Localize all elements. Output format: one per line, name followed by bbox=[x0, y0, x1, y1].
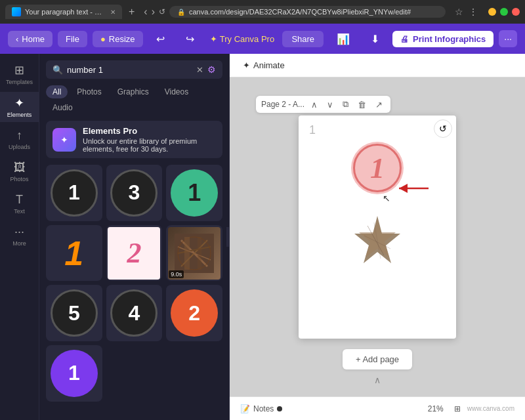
templates-icon: ⊞ bbox=[14, 63, 24, 77]
element-num5-black-circle[interactable]: 5 bbox=[46, 285, 102, 341]
animate-button[interactable]: ✦ Animate bbox=[238, 58, 290, 73]
element-num1-video[interactable]: 9.0s bbox=[166, 225, 222, 282]
pro-logo-icon: ✦ bbox=[60, 135, 68, 145]
search-clear-icon[interactable]: ✕ bbox=[196, 65, 203, 75]
canvas-scroll-area[interactable]: Page 2 - A... ∧ ∨ ⧉ 🗑 ↗ ↺ 1 bbox=[230, 77, 525, 396]
stats-button[interactable]: 📊 bbox=[329, 30, 358, 49]
browser-tab[interactable]: Your paragraph text - Infographi... ✕ bbox=[5, 5, 122, 19]
star-svg bbox=[348, 213, 407, 272]
num5-black: 5 bbox=[51, 289, 98, 337]
canvas-bottom-chevron[interactable]: ∧ bbox=[374, 375, 381, 385]
page-share-button[interactable]: ↗ bbox=[373, 98, 385, 111]
elements-pro-banner[interactable]: ✦ Elements Pro Unlock our entire library… bbox=[46, 121, 222, 158]
element-num4-black-circle[interactable]: 4 bbox=[106, 285, 163, 341]
element-num3-black-circle[interactable]: 3 bbox=[106, 165, 163, 221]
undo-button[interactable]: ↩ bbox=[148, 30, 173, 49]
watermark: www.canva.com bbox=[467, 405, 514, 412]
search-filter-icon[interactable]: ⚙ bbox=[207, 64, 216, 75]
element-num2-pink-square[interactable]: 2 bbox=[106, 225, 163, 282]
search-input[interactable] bbox=[67, 65, 192, 75]
redo-button[interactable]: ↪ bbox=[178, 30, 202, 49]
page-copy-button[interactable]: ⧉ bbox=[340, 98, 351, 111]
canvas-arrow bbox=[396, 178, 435, 201]
canvas-page[interactable]: ↺ 1 1 bbox=[299, 116, 456, 339]
resize-button[interactable]: ● Resize bbox=[93, 31, 143, 47]
close-button[interactable] bbox=[512, 8, 520, 16]
num2-pink-inner: 2 bbox=[127, 236, 141, 270]
sidebar-item-more[interactable]: ··· More bbox=[0, 221, 39, 251]
num1-black: 1 bbox=[51, 169, 98, 217]
elements-grid: 1 3 1 1 2 bbox=[46, 165, 222, 402]
notes-button[interactable]: 📝 Notes bbox=[240, 404, 282, 413]
file-label: File bbox=[66, 34, 79, 44]
search-icon: 🔍 bbox=[52, 65, 63, 75]
canvas-star-element[interactable] bbox=[348, 213, 407, 274]
filter-tab-videos[interactable]: Videos bbox=[158, 85, 195, 98]
grid-button[interactable]: ⊞ bbox=[454, 404, 461, 413]
share-button[interactable]: Share bbox=[282, 31, 324, 47]
more-options-button[interactable]: ··· bbox=[499, 30, 517, 47]
search-panel: 🔍 ✕ ⚙ All Photos Graphics Videos Audio ✦… bbox=[39, 54, 230, 420]
tab-title: Your paragraph text - Infographi... bbox=[25, 8, 104, 16]
sidebar-item-uploads[interactable]: ↑ Uploads bbox=[0, 125, 39, 154]
topbar-center: ✦ Try Canva Pro bbox=[210, 34, 274, 44]
filter-tab-audio[interactable]: Audio bbox=[46, 101, 79, 114]
home-button[interactable]: ‹ Home bbox=[8, 31, 52, 47]
notes-dot bbox=[277, 406, 282, 411]
canvas-page-number: 1 bbox=[309, 123, 316, 137]
pro-text-container: Elements Pro Unlock our entire library o… bbox=[83, 126, 216, 153]
sidebar-item-text[interactable]: T Text bbox=[0, 189, 39, 219]
video-duration: 9.0s bbox=[169, 270, 184, 278]
page-delete-button[interactable]: 🗑 bbox=[355, 98, 369, 111]
num1-green: 1 bbox=[171, 169, 218, 217]
back-button[interactable]: ‹ bbox=[144, 6, 147, 18]
element-num1-black-circle[interactable]: 1 bbox=[46, 165, 102, 221]
more-icon: ··· bbox=[504, 33, 512, 44]
try-pro-button[interactable]: ✦ Try Canva Pro bbox=[210, 34, 274, 44]
canva-topbar: ‹ Home File ● Resize ↩ ↪ ✦ Try Canva Pro… bbox=[0, 24, 525, 54]
filter-tabs: All Photos Graphics Videos Audio bbox=[46, 85, 222, 114]
add-page-button[interactable]: + Add page bbox=[343, 349, 412, 369]
num3-black: 3 bbox=[110, 169, 158, 217]
star-button[interactable]: ☆ bbox=[455, 7, 463, 17]
page-label: Page 2 - A... bbox=[261, 100, 304, 109]
templates-label: Templates bbox=[6, 79, 33, 85]
page-up-button[interactable]: ∧ bbox=[308, 98, 320, 111]
pro-description: Unlock our entire library of premium ele… bbox=[83, 137, 216, 153]
num4-black: 4 bbox=[110, 289, 158, 337]
print-button[interactable]: 🖨 Print Infographics bbox=[392, 31, 494, 47]
address-bar[interactable]: 🔒 canva.com/design/DAE32CRaX2A/N7QCBYw8i… bbox=[169, 6, 446, 18]
filter-tab-graphics[interactable]: Graphics bbox=[111, 85, 156, 98]
file-button[interactable]: File bbox=[58, 31, 87, 47]
maximize-button[interactable] bbox=[500, 8, 508, 16]
tab-close-icon[interactable]: ✕ bbox=[110, 9, 116, 16]
sidebar-item-templates[interactable]: ⊞ Templates bbox=[0, 59, 39, 89]
filter-tab-all[interactable]: All bbox=[46, 85, 68, 98]
minimize-button[interactable] bbox=[488, 8, 496, 16]
new-tab-button[interactable]: + bbox=[129, 6, 135, 18]
share-label: Share bbox=[291, 34, 314, 44]
elements-icon: ✦ bbox=[14, 96, 24, 110]
resize-icon: ● bbox=[100, 34, 106, 44]
filter-tab-photos[interactable]: Photos bbox=[70, 85, 108, 98]
element-num1-yellow[interactable]: 1 bbox=[46, 225, 102, 282]
sidebar-item-elements[interactable]: ✦ Elements bbox=[0, 92, 39, 122]
reload-button[interactable]: ↺ bbox=[159, 7, 165, 16]
forward-button[interactable]: › bbox=[152, 6, 155, 18]
notes-icon: 📝 bbox=[240, 404, 250, 413]
star-icon: ✦ bbox=[210, 34, 217, 44]
red-arrow-svg bbox=[396, 178, 435, 198]
canvas-page-inner: 1 1 bbox=[299, 116, 456, 339]
element-num1-green-circle[interactable]: 1 bbox=[166, 165, 222, 221]
element-num1-purple-circle[interactable]: 1 bbox=[46, 345, 102, 402]
page-down-button[interactable]: ∨ bbox=[324, 98, 336, 111]
sidebar-item-photos[interactable]: 🖼 Photos bbox=[0, 157, 39, 186]
animate-label: Animate bbox=[253, 60, 285, 70]
lock-icon: 🔒 bbox=[177, 9, 185, 16]
download-button[interactable]: ⬇ bbox=[363, 30, 387, 49]
canvas-area: ✦ Animate Page 2 - A... ∧ ∨ ⧉ 🗑 ↗ bbox=[230, 54, 525, 420]
element-num2-orange-circle[interactable]: 2 bbox=[166, 285, 222, 341]
bookmark-button[interactable]: ⋮ bbox=[469, 7, 478, 17]
text-label: Text bbox=[14, 208, 25, 215]
video-image bbox=[175, 234, 214, 273]
